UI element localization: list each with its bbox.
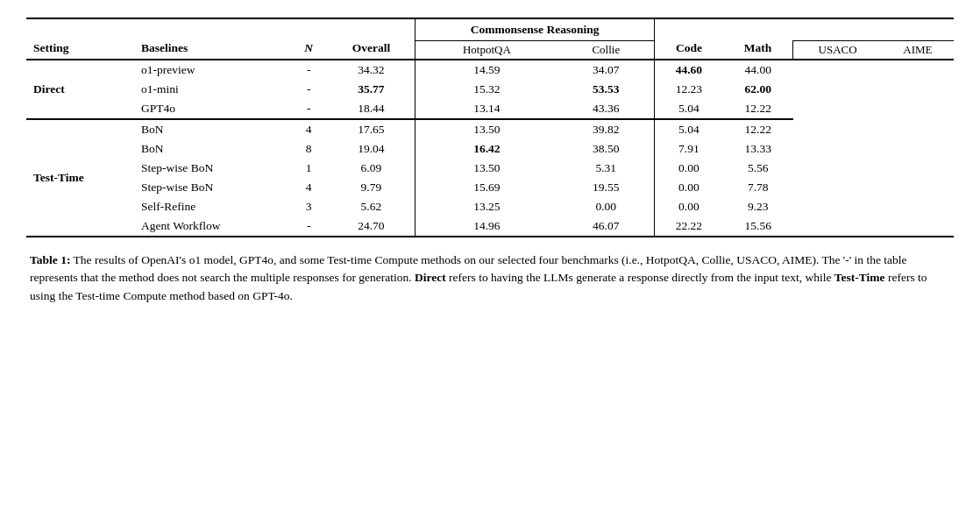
data-cell: 15.32 [415, 80, 558, 99]
table-row: BoN819.0416.4238.507.9113.33 [26, 139, 954, 159]
data-cell: 18.44 [328, 99, 415, 119]
data-cell: 0.00 [655, 197, 723, 216]
data-cell: 12.22 [723, 120, 793, 139]
data-cell: 15.69 [415, 178, 558, 197]
data-cell: 44.00 [723, 60, 793, 80]
data-cell: 13.25 [415, 197, 558, 216]
data-cell: 24.70 [328, 216, 415, 237]
data-cell: 9.79 [328, 178, 415, 197]
data-cell: 5.04 [655, 120, 723, 139]
data-cell: 34.32 [328, 60, 415, 80]
data-cell: 35.77 [328, 80, 415, 99]
data-cell: 8 [290, 139, 328, 159]
data-cell: 38.50 [557, 139, 654, 159]
table-row: Agent Workflow-24.7014.9646.0722.2215.56 [26, 216, 954, 237]
math-group-header: Math [723, 18, 793, 60]
baselines-header: Baselines [134, 18, 290, 60]
data-cell: 43.36 [557, 99, 654, 119]
hotpotqa-header: HotpotQA [415, 41, 558, 60]
data-cell: - [290, 216, 328, 237]
caption-bold2: Test-Time [834, 271, 885, 284]
aime-subheader: AIME [882, 41, 954, 60]
data-cell: 6.09 [328, 159, 415, 178]
data-cell: 12.22 [723, 99, 793, 119]
data-cell: 5.62 [328, 197, 415, 216]
usaco-group-header: Code [655, 18, 723, 60]
data-cell: o1-mini [134, 80, 290, 99]
data-cell: 13.50 [415, 159, 558, 178]
data-cell: o1-preview [134, 60, 290, 80]
data-cell: GPT4o [134, 99, 290, 119]
data-cell: 9.23 [723, 197, 793, 216]
data-cell: 19.55 [557, 178, 654, 197]
setting-header: Setting [26, 18, 134, 60]
data-cell: BoN [134, 120, 290, 139]
table-row: Test-TimeBoN417.6513.5039.825.0412.22 [26, 120, 954, 139]
data-cell: 39.82 [557, 120, 654, 139]
data-cell: 1 [290, 159, 328, 178]
table-body: Directo1-preview-34.3214.5934.0744.6044.… [26, 60, 954, 237]
data-cell: - [290, 80, 328, 99]
data-cell: 46.07 [557, 216, 654, 237]
data-cell: BoN [134, 139, 290, 159]
data-cell: 22.22 [655, 216, 723, 237]
data-cell: 12.23 [655, 80, 723, 99]
column-headers: Setting Baselines N Overall Commonsense … [26, 18, 954, 41]
data-cell: 14.59 [415, 60, 558, 80]
data-cell: 44.60 [655, 60, 723, 80]
data-cell: 19.04 [328, 139, 415, 159]
caption-label: Table 1: [30, 253, 70, 266]
collie-header: Collie [557, 41, 654, 60]
table-row: Step-wise BoN49.7915.6919.550.007.78 [26, 178, 954, 197]
data-cell: 14.96 [415, 216, 558, 237]
n-header: N [290, 18, 328, 60]
table-row: GPT4o-18.4413.1443.365.0412.22 [26, 99, 954, 119]
data-cell: 62.00 [723, 80, 793, 99]
data-cell: 4 [290, 178, 328, 197]
caption-text2: refers to having the LLMs generate a res… [446, 271, 832, 284]
data-cell: 53.53 [557, 80, 654, 99]
usaco-subheader: USACO [793, 41, 882, 60]
data-cell: 5.56 [723, 159, 793, 178]
caption-bold1: Direct [415, 271, 446, 284]
table-row: Directo1-preview-34.3214.5934.0744.6044.… [26, 60, 954, 80]
table-row: Step-wise BoN16.0913.505.310.005.56 [26, 159, 954, 178]
testtime-setting-cell: Test-Time [26, 120, 134, 237]
data-cell: Self-Refine [134, 197, 290, 216]
data-cell: 0.00 [655, 159, 723, 178]
data-cell: 0.00 [557, 197, 654, 216]
data-cell: 0.00 [655, 178, 723, 197]
data-cell: 17.65 [328, 120, 415, 139]
data-cell: 13.14 [415, 99, 558, 119]
data-cell: Agent Workflow [134, 216, 290, 237]
table-row: o1-mini-35.7715.3253.5312.2362.00 [26, 80, 954, 99]
data-cell: 15.56 [723, 216, 793, 237]
data-cell: 7.91 [655, 139, 723, 159]
data-cell: 4 [290, 120, 328, 139]
data-cell: 13.50 [415, 120, 558, 139]
results-table-container: Setting Baselines N Overall Commonsense … [26, 18, 954, 237]
table-caption: Table 1: The results of OpenAI's o1 mode… [26, 251, 954, 305]
data-cell: - [290, 60, 328, 80]
direct-setting-cell: Direct [26, 60, 134, 119]
table-row: Self-Refine35.6213.250.000.009.23 [26, 197, 954, 216]
data-cell: Step-wise BoN [134, 178, 290, 197]
data-cell: 34.07 [557, 60, 654, 80]
data-cell: 7.78 [723, 178, 793, 197]
results-table: Setting Baselines N Overall Commonsense … [26, 18, 954, 237]
data-cell: Step-wise BoN [134, 159, 290, 178]
data-cell: 5.31 [557, 159, 654, 178]
data-cell: 13.33 [723, 139, 793, 159]
data-cell: 5.04 [655, 99, 723, 119]
data-cell: 3 [290, 197, 328, 216]
data-cell: - [290, 99, 328, 119]
data-cell: 16.42 [415, 139, 558, 159]
overall-header: Overall [328, 18, 415, 60]
commonsense-group-header: Commonsense Reasoning [415, 18, 655, 41]
